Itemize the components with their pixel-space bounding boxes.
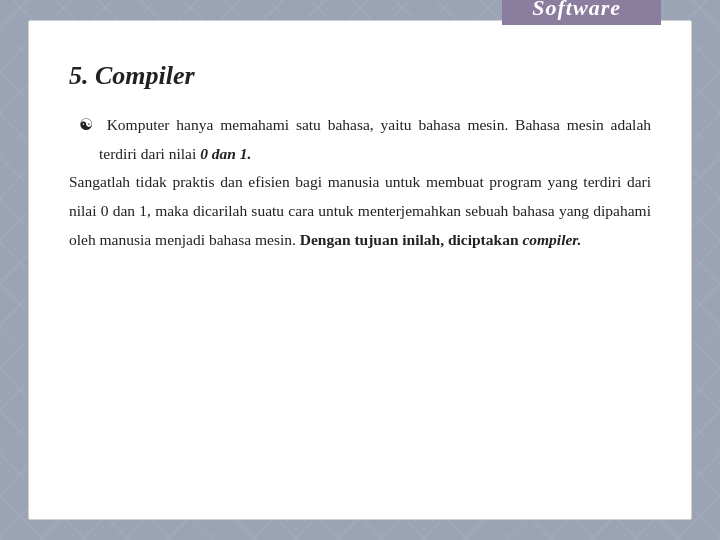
section-title: 5. Compiler bbox=[69, 61, 651, 91]
text-italic-bold-compiler: compiler. bbox=[522, 231, 581, 248]
content-area: 5. Compiler ☯ Komputer hanya memahami sa… bbox=[29, 31, 691, 284]
header-tab-label: Software bbox=[532, 0, 621, 20]
text-bold-conclusion: Dengan tujuan inilah, diciptakan bbox=[300, 231, 523, 248]
main-content-card: Software 5. Compiler ☯ Komputer hanya me… bbox=[28, 20, 692, 520]
text-normal-1: Komputer hanya memahami satu bahasa, yai… bbox=[99, 116, 651, 162]
software-header-tab: Software bbox=[502, 0, 661, 25]
paragraph-text: ☯ Komputer hanya memahami satu bahasa, y… bbox=[79, 111, 651, 168]
text-italic-bold-values: 0 dan 1. bbox=[200, 145, 251, 162]
body-paragraph: ☯ Komputer hanya memahami satu bahasa, y… bbox=[69, 111, 651, 254]
